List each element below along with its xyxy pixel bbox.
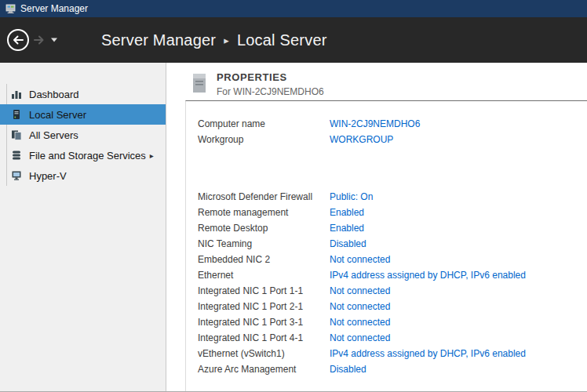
property-label: Remote management xyxy=(198,207,330,218)
property-value-link[interactable]: Not connected xyxy=(330,254,390,265)
property-value-link[interactable]: Disabled xyxy=(330,364,366,375)
property-value-link[interactable]: Disabled xyxy=(330,238,366,249)
sidebar-item-file-storage-services[interactable]: File and Storage Services ▸ xyxy=(0,145,166,165)
window-title: Server Manager xyxy=(20,3,88,14)
property-value-link[interactable]: Not connected xyxy=(330,301,390,312)
properties-header: PROPERTIES For WIN-2CJ9NEMDHO6 xyxy=(191,71,324,97)
property-row: Computer name WIN-2CJ9NEMDHO6 xyxy=(198,116,587,132)
property-value-link[interactable]: Not connected xyxy=(330,285,390,296)
properties-panel: Computer name WIN-2CJ9NEMDHO6 Workgroup … xyxy=(185,100,587,391)
property-label: Workgroup xyxy=(198,134,330,145)
property-value-link[interactable]: Not connected xyxy=(330,317,390,328)
property-label: NIC Teaming xyxy=(198,238,330,249)
property-row: Microsoft Defender Firewall Public: On xyxy=(198,189,587,205)
dashboard-icon xyxy=(11,89,22,100)
property-row: NIC Teaming Disabled xyxy=(198,236,587,252)
property-label: Microsoft Defender Firewall xyxy=(198,191,330,202)
breadcrumb-server-manager[interactable]: Server Manager xyxy=(101,31,216,49)
properties-title: PROPERTIES xyxy=(217,71,324,83)
property-row: Workgroup WORKGROUP xyxy=(198,132,587,147)
all-servers-icon xyxy=(11,129,22,140)
sidebar-item-label: Local Server xyxy=(29,109,86,121)
property-label: Integrated NIC 1 Port 2-1 xyxy=(198,301,330,312)
server-manager-app-icon xyxy=(5,4,16,14)
property-value-link[interactable]: WORKGROUP xyxy=(330,134,393,145)
sidebar-item-local-server[interactable]: Local Server xyxy=(0,104,166,125)
window-body: Dashboard Local Server xyxy=(0,63,587,391)
sidebar-item-dashboard[interactable]: Dashboard xyxy=(0,84,166,104)
property-label: Integrated NIC 1 Port 4-1 xyxy=(198,332,330,343)
sidebar-item-hyper-v[interactable]: Hyper-V xyxy=(0,165,166,186)
chevron-right-icon: ▸ xyxy=(150,151,154,160)
property-label: Ethernet xyxy=(198,270,330,281)
breadcrumb: Server Manager▸Local Server xyxy=(101,31,327,49)
property-label: Azure Arc Management xyxy=(198,364,330,375)
storage-services-icon xyxy=(11,150,22,161)
back-button[interactable] xyxy=(6,28,30,52)
property-row: Embedded NIC 2 Not connected xyxy=(198,252,587,267)
properties-group-configuration: Microsoft Defender Firewall Public: On R… xyxy=(198,189,587,377)
sidebar-item-label: Dashboard xyxy=(29,89,79,100)
property-label: vEthernet (vSwitch1) xyxy=(198,348,330,359)
property-value-link[interactable]: IPv4 address assigned by DHCP, IPv6 enab… xyxy=(330,270,526,281)
sidebar-item-all-servers[interactable]: All Servers xyxy=(0,125,166,145)
property-row: vEthernet (vSwitch1) IPv4 address assign… xyxy=(198,346,587,361)
dropdown-caret-icon[interactable] xyxy=(50,37,58,43)
property-row: Remote management Enabled xyxy=(198,205,587,220)
property-row: Integrated NIC 1 Port 4-1 Not connected xyxy=(198,330,587,346)
property-row: Integrated NIC 1 Port 3-1 Not connected xyxy=(198,314,587,330)
server-manager-window: Server Manager Server Manager▸Local Serv… xyxy=(0,0,587,392)
property-value-link[interactable]: Enabled xyxy=(330,207,364,218)
property-value-link[interactable]: Enabled xyxy=(330,223,364,234)
sidebar-item-label: Hyper-V xyxy=(29,170,67,182)
forward-button[interactable] xyxy=(32,28,46,52)
navigation-bar: Server Manager▸Local Server xyxy=(0,17,587,63)
hyperv-icon xyxy=(11,170,22,181)
property-value-link[interactable]: WIN-2CJ9NEMDHO6 xyxy=(330,118,420,129)
breadcrumb-separator-icon: ▸ xyxy=(224,34,229,46)
property-row: Integrated NIC 1 Port 1-1 Not connected xyxy=(198,283,587,299)
property-value-link[interactable]: IPv4 address assigned by DHCP, IPv6 enab… xyxy=(330,348,526,359)
local-server-icon xyxy=(11,109,22,120)
nav-controls xyxy=(6,28,58,52)
property-value-link[interactable]: Not connected xyxy=(330,332,390,343)
property-row: Ethernet IPv4 address assigned by DHCP, … xyxy=(198,267,587,283)
properties-group-identity: Computer name WIN-2CJ9NEMDHO6 Workgroup … xyxy=(198,116,587,147)
property-label: Remote Desktop xyxy=(198,223,330,234)
property-row: Remote Desktop Enabled xyxy=(198,220,587,236)
breadcrumb-local-server[interactable]: Local Server xyxy=(237,31,327,49)
sidebar-item-label: File and Storage Services xyxy=(29,150,146,162)
titlebar: Server Manager xyxy=(0,0,587,17)
server-properties-icon xyxy=(191,72,207,94)
properties-subtitle: For WIN-2CJ9NEMDHO6 xyxy=(217,86,324,97)
sidebar-nav: Dashboard Local Server xyxy=(0,63,166,391)
property-row: Integrated NIC 1 Port 2-1 Not connected xyxy=(198,299,587,314)
property-label: Computer name xyxy=(198,118,330,129)
property-label: Integrated NIC 1 Port 1-1 xyxy=(198,285,330,296)
property-label: Embedded NIC 2 xyxy=(198,254,330,265)
property-label: Integrated NIC 1 Port 3-1 xyxy=(198,317,330,328)
property-row: Azure Arc Management Disabled xyxy=(198,361,587,377)
sidebar-item-label: All Servers xyxy=(29,129,78,141)
property-value-link[interactable]: Public: On xyxy=(330,191,373,202)
content-area: PROPERTIES For WIN-2CJ9NEMDHO6 Computer … xyxy=(166,63,587,391)
